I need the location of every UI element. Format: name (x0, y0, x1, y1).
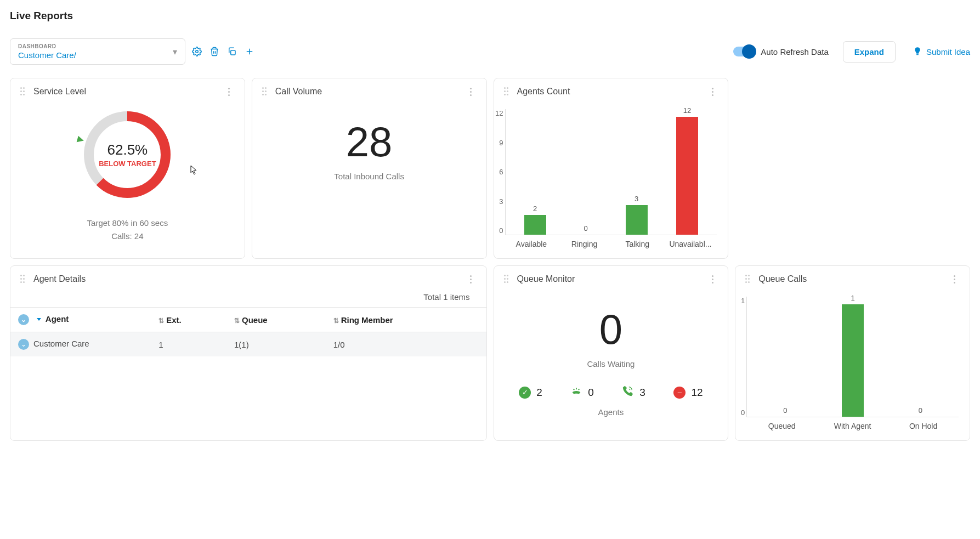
agent-details-card: Agent Details Total 1 items ⌄ Agent ⇅Ext… (10, 265, 487, 441)
card-menu-icon[interactable] (466, 86, 477, 97)
lightbulb-icon (913, 47, 922, 57)
bar-value-label: 0 (584, 224, 588, 232)
unavailable-stat: – 12 (673, 385, 703, 400)
column-header-ring-member[interactable]: ⇅Ring Member (328, 308, 486, 332)
bar-col: 0 (887, 406, 954, 417)
cell-ring-member: 1/0 (328, 332, 486, 357)
bar-col: 0 (560, 224, 611, 235)
service-level-donut: 62.5% BELOW TARGET (81, 108, 174, 201)
agents-count-card: Agents Count 129630 20312 AvailableRingi… (494, 78, 729, 259)
call-volume-card: Call Volume 28 Total Inbound Calls (252, 78, 487, 259)
bar-value-label: 2 (533, 205, 537, 213)
bar-col: 2 (510, 205, 560, 235)
auto-refresh-toggle-wrap: Auto Refresh Data (733, 47, 828, 56)
page-title: Live Reports (10, 10, 970, 22)
column-header-agent[interactable]: ⌄ Agent (10, 308, 153, 332)
x-axis-label: With Agent (817, 422, 888, 430)
svg-rect-1 (231, 50, 235, 55)
auto-refresh-toggle[interactable] (733, 47, 755, 56)
card-menu-icon[interactable] (707, 86, 718, 97)
table-row[interactable]: ⌄Customer Care11(1)1/0 (10, 332, 486, 357)
submit-idea-link[interactable]: Submit Idea (913, 47, 970, 57)
y-axis-tick: 6 (494, 168, 503, 176)
bar (626, 205, 648, 235)
auto-refresh-label: Auto Refresh Data (761, 47, 828, 56)
x-axis-label: Talking (611, 240, 664, 248)
call-volume-value: 28 (263, 121, 475, 163)
service-level-status: BELOW TARGET (99, 160, 156, 168)
sort-icon: ⇅ (234, 317, 240, 325)
expand-row-icon[interactable]: ⌄ (18, 339, 29, 350)
copy-icon[interactable] (226, 46, 238, 58)
bar-value-label: 1 (851, 294, 855, 302)
bar-value-label: 0 (783, 406, 787, 415)
drag-handle-icon[interactable] (20, 275, 26, 283)
bar (676, 117, 698, 235)
queue-monitor-label: Calls Waiting (505, 359, 717, 368)
plus-icon[interactable] (243, 46, 256, 58)
card-menu-icon[interactable] (224, 86, 235, 97)
queue-monitor-value: 0 (505, 309, 717, 350)
bar-value-label: 12 (683, 106, 691, 115)
call-volume-label: Total Inbound Calls (263, 172, 475, 181)
bar (842, 304, 864, 417)
card-title: Agents Count (517, 87, 570, 97)
sort-icon: ⇅ (158, 317, 164, 325)
sort-icon: ⇅ (333, 317, 339, 325)
agents-count-chart: 129630 20312 AvailableRingingTalkingUnav… (494, 105, 728, 258)
dashboard-select[interactable]: DASHBOARD Customer Care/ ▾ (10, 38, 185, 65)
ringing-icon (570, 385, 582, 400)
card-title: Call Volume (275, 87, 322, 97)
drag-handle-icon[interactable] (504, 275, 509, 283)
minus-circle-icon: – (673, 387, 686, 399)
chevron-down-icon: ▾ (173, 47, 177, 57)
phone-active-icon (622, 385, 634, 400)
y-axis-tick: 0 (735, 408, 745, 417)
cell-ext: 1 (153, 332, 229, 357)
x-axis-label: On Hold (888, 422, 959, 430)
card-title: Service Level (33, 87, 86, 97)
service-level-card: Service Level 62.5% BELOW TARGET Target … (10, 78, 245, 259)
cell-queue: 1(1) (229, 332, 328, 357)
drag-handle-icon[interactable] (262, 87, 268, 96)
agent-details-table: ⌄ Agent ⇅Ext. ⇅Queue ⇅Ring Member ⌄Custo… (10, 307, 486, 356)
expand-all-icon[interactable]: ⌄ (18, 314, 29, 325)
column-header-ext[interactable]: ⇅Ext. (153, 308, 229, 332)
gear-icon[interactable] (191, 46, 203, 58)
card-menu-icon[interactable] (707, 274, 718, 285)
sort-desc-icon (37, 318, 41, 321)
y-axis-tick: 9 (494, 139, 503, 147)
card-title: Agent Details (33, 274, 86, 284)
service-level-target-text: Target 80% in 60 secs (87, 217, 168, 230)
queue-calls-card: Queue Calls 10 010 QueuedWith AgentOn Ho… (735, 265, 970, 441)
ringing-stat: 0 (570, 385, 594, 400)
bar (524, 215, 546, 235)
queue-monitor-agents-label: Agents (494, 404, 728, 427)
drag-handle-icon[interactable] (20, 87, 26, 96)
queue-calls-chart: 10 010 QueuedWith AgentOn Hold (735, 292, 970, 440)
drag-handle-icon[interactable] (745, 275, 751, 283)
x-axis-label: Queued (746, 422, 817, 430)
card-title: Queue Monitor (517, 274, 575, 284)
trash-icon[interactable] (208, 46, 220, 58)
bar-col: 1 (819, 294, 887, 417)
x-axis-label: Available (505, 240, 558, 248)
queue-monitor-stats: ✓ 2 0 3 – 12 (494, 375, 728, 404)
y-axis-tick: 1 (735, 297, 745, 305)
card-menu-icon[interactable] (949, 274, 960, 285)
service-level-percent: 62.5% (107, 141, 148, 158)
talking-stat: 3 (622, 385, 645, 400)
available-stat: ✓ 2 (519, 385, 542, 400)
y-axis-tick: 3 (494, 197, 503, 206)
dashboard-select-value: Customer Care/ (18, 50, 163, 60)
toolbar: DASHBOARD Customer Care/ ▾ Auto Refresh … (10, 38, 970, 65)
bar-col: 0 (751, 406, 819, 417)
column-header-queue[interactable]: ⇅Queue (229, 308, 328, 332)
y-axis-tick: 0 (494, 226, 503, 235)
card-title: Queue Calls (758, 274, 807, 284)
queue-monitor-card: Queue Monitor 0 Calls Waiting ✓ 2 0 (494, 265, 729, 441)
bar-value-label: 3 (635, 195, 638, 203)
card-menu-icon[interactable] (466, 274, 477, 285)
expand-button[interactable]: Expand (843, 41, 896, 63)
drag-handle-icon[interactable] (504, 87, 509, 96)
